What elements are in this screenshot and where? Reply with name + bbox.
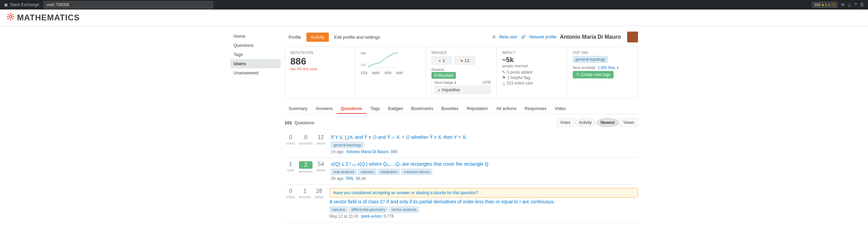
brand-label: Stack Exchange <box>10 2 39 7</box>
votes-label: votes <box>286 141 295 145</box>
tag-differential-geometry[interactable]: differential-geometry <box>349 206 388 213</box>
sort-newest-button[interactable]: Newest <box>597 118 619 127</box>
sidebar-item-questions[interactable]: Questions <box>230 41 281 50</box>
chart-months: FEB MAR APR MAY <box>361 71 420 75</box>
question-title-link[interactable]: v(Q) ≤ Σᵢᵏ₌₁ v(Qᵢ) where Q₁,...,Qₛ are r… <box>331 161 638 167</box>
tab-summary[interactable]: Summary <box>285 104 312 114</box>
question-user-rep: 886 <box>391 149 397 154</box>
tab-bounties[interactable]: Bounties <box>437 104 463 114</box>
sort-votes-button[interactable]: Votes <box>556 118 574 127</box>
votes-stat: 0 votes <box>285 188 297 199</box>
impact-posts-edited: ✎ 0 posts edited <box>502 70 562 75</box>
bronze-icon: ● <box>460 58 463 63</box>
tag-real-analysis[interactable]: real-analysis <box>331 169 357 175</box>
sort-views-button[interactable]: Views <box>620 118 638 127</box>
help-icon[interactable]: ? <box>854 2 857 7</box>
search-area <box>43 1 213 8</box>
profile-tabs: Profile Activity Edit profile and settin… <box>285 33 492 42</box>
profile-top-row: Profile Activity Edit profile and settin… <box>285 32 638 42</box>
stats-row: REPUTATION 886 top 3% this year 886 112 … <box>285 47 638 98</box>
question-content: If Y ⊆ ⋃ᵢXᵢ and Ȳ ≠ ∅ and Ȳ ∩ Xᵢ = ∅ whe… <box>331 134 638 154</box>
reputation-value: 886 <box>290 56 350 67</box>
vote-count: 1 <box>285 161 297 167</box>
question-title-link[interactable]: If Y ⊆ ⋃ᵢXᵢ and Ȳ ≠ ∅ and Ȳ ∩ Xᵢ = ∅ whe… <box>331 134 638 140</box>
badges-section: BADGES ● 1 ● 13 Newest Enthusiast <box>426 47 497 98</box>
impact-helpful-flags: ⚑ 1 helpful flag <box>502 75 562 80</box>
tab-bookmarks[interactable]: Bookmarks <box>407 104 437 114</box>
tab-badges[interactable]: Badges <box>384 104 407 114</box>
month-feb: FEB <box>361 71 367 75</box>
question-title-link[interactable]: A vector field is of class C¹ if and onl… <box>330 199 638 204</box>
tab-questions[interactable]: Questions <box>337 104 367 114</box>
network-profile-link[interactable]: Network profile <box>529 35 556 39</box>
inbox-icon[interactable]: ✉ <box>841 2 845 7</box>
answers-label: answer <box>299 195 311 199</box>
questions-label: Questions <box>295 120 315 125</box>
answer-count: 2 <box>299 161 313 169</box>
tag-integration[interactable]: integration <box>378 169 400 175</box>
tag-general-topology[interactable]: general-topology <box>331 142 364 148</box>
hamburger-icon[interactable]: ☰ <box>860 2 864 7</box>
inquisitive-icon: ● <box>438 87 440 93</box>
question-user-link[interactable]: RRL <box>346 176 354 181</box>
question-user-link[interactable]: Antonio Maria Di Mauro <box>346 149 389 154</box>
tab-votes[interactable]: Votes <box>551 104 570 114</box>
badges-label: BADGES <box>431 51 491 55</box>
tab-activity[interactable]: Activity <box>306 33 329 42</box>
question-tags: real-analysis calculus integration measu… <box>331 169 638 175</box>
answer-count: 1 <box>299 188 311 194</box>
sidebar-item-home[interactable]: Home <box>230 32 281 41</box>
questions-count: 101 <box>285 120 292 125</box>
views-label: views <box>315 195 324 199</box>
tag-calculus[interactable]: calculus <box>358 169 376 175</box>
sort-activity-button[interactable]: Activity <box>575 118 596 127</box>
question-user-link[interactable]: peek-a-boo <box>361 214 382 219</box>
tab-profile[interactable]: Profile <box>285 33 305 42</box>
next-badge-progress: 19/30 <box>482 80 491 84</box>
svg-point-0 <box>9 15 12 18</box>
meta-user-link[interactable]: Meta user <box>499 35 517 39</box>
sidebar-item-users[interactable]: Users <box>230 59 281 68</box>
tab-all-actions[interactable]: All actions <box>492 104 520 114</box>
tag-measure-theory[interactable]: measure-theory <box>401 169 432 175</box>
next-privilege-value: 1,000 Rep. <box>598 66 616 70</box>
view-count: 28 <box>313 188 325 194</box>
votes-stat: 0 votes <box>285 134 297 146</box>
tab-answers[interactable]: Answers <box>312 104 337 114</box>
question-meta: May 12 at 21:41 peek-a-boo 9,778 <box>330 214 638 219</box>
tab-reputation[interactable]: Reputation <box>463 104 492 114</box>
profile-links: ⚙ Meta user 🔗 Network profile Antonio Ma… <box>492 32 638 42</box>
site-logo[interactable]: MATHEMATICS <box>7 13 80 22</box>
vote-icon: △ <box>502 81 505 86</box>
create-new-tags-button[interactable]: ✎ Create new tags <box>573 71 614 78</box>
flag-icon: ⚑ <box>502 75 506 80</box>
tab-edit-profile[interactable]: Edit profile and settings <box>330 33 384 42</box>
answers-stat: 1 answer <box>299 188 311 199</box>
tab-tags[interactable]: Tags <box>367 104 384 114</box>
sidebar-item-tags[interactable]: Tags <box>230 50 281 59</box>
tab-responses[interactable]: Responses <box>520 104 551 114</box>
tag-calculus[interactable]: calculus <box>330 206 348 213</box>
info-icon: ℹ <box>617 66 618 70</box>
answers-stat: 0 answers <box>299 134 313 146</box>
vote-count: 0 <box>285 188 297 194</box>
search-input[interactable] <box>43 1 213 8</box>
table-row: 1 vote 2 answers 54 views v(Q) ≤ Σᵢᵏ₌₁ v… <box>285 158 638 185</box>
impact-votes-cast: △ 153 votes cast <box>502 81 562 86</box>
brand-area[interactable]: ▣ Stack Exchange <box>4 2 39 7</box>
sidebar-item-unanswered[interactable]: Unanswered <box>230 68 281 77</box>
gear-icon <box>7 13 14 22</box>
views-label: views <box>316 141 326 145</box>
svg-rect-1 <box>10 13 11 14</box>
stack-exchange-icon: ▣ <box>4 2 8 7</box>
chart-section: 886 112 FEB MAR APR MAY <box>355 47 426 98</box>
site-header: MATHEMATICS <box>0 10 868 26</box>
question-tags: general-topology <box>331 142 638 148</box>
helpful-flags-text: 1 helpful flag <box>507 75 530 80</box>
bounty-text: Have you considered accepting an answer … <box>333 190 478 195</box>
tag-vector-analysis[interactable]: vector-analysis <box>389 206 419 213</box>
top-tag-area: Top tag general-topology <box>573 51 632 63</box>
achievements-icon[interactable]: △ <box>848 2 851 7</box>
top-nav: ▣ Stack Exchange 886 ● 1 ● 13 ✉ △ ? ☰ <box>0 0 868 10</box>
top-tag-value[interactable]: general-topology <box>573 56 608 63</box>
